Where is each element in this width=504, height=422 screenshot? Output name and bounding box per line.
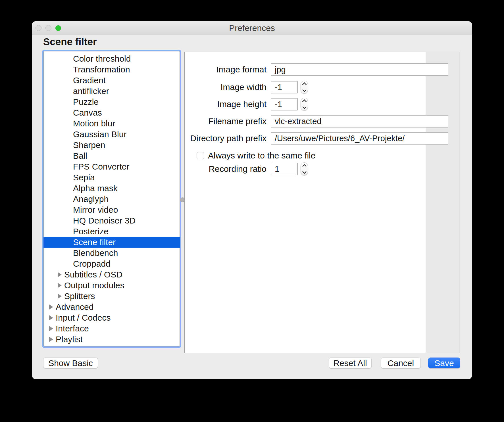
- tree-item-transformation[interactable]: Transformation: [43, 64, 180, 75]
- stepper-down-icon[interactable]: [302, 105, 307, 109]
- tree-item-sepia[interactable]: Sepia: [43, 172, 180, 183]
- disclosure-triangle-icon[interactable]: [49, 304, 53, 310]
- image-format-input[interactable]: jpg: [271, 63, 448, 76]
- tree-item-label: Color threshold: [73, 54, 131, 64]
- tree-item-label: Playlist: [56, 335, 83, 344]
- tree-item-antiflicker[interactable]: antiflicker: [43, 86, 180, 97]
- disclosure-triangle-icon[interactable]: [49, 326, 53, 331]
- stepper-up-icon[interactable]: [302, 82, 307, 87]
- always-write-to-the-same-file-label[interactable]: Always write to the same file: [208, 151, 315, 160]
- directory-path-prefix-input[interactable]: /Users/uwe/Pictures/6_AV-Projekte/: [271, 132, 448, 145]
- tree-item-output-modules[interactable]: Output modules: [43, 280, 180, 291]
- tree-item-sharpen[interactable]: Sharpen: [43, 140, 180, 151]
- tree-item-mirror-video[interactable]: Mirror video: [43, 204, 180, 215]
- tree-item-label: Interface: [56, 324, 89, 333]
- tree-item-label: HQ Denoiser 3D: [73, 216, 136, 225]
- tree-item-label: Canvas: [73, 108, 102, 118]
- tree-item-label: Input / Codecs: [56, 313, 111, 323]
- tree-item-label: Ball: [73, 151, 87, 161]
- tree-item-gaussian-blur[interactable]: Gaussian Blur: [43, 129, 180, 140]
- stepper-down-icon[interactable]: [302, 88, 307, 92]
- recording-ratio-label: Recording ratio: [185, 163, 266, 175]
- filename-prefix-label: Filename prefix: [185, 115, 266, 128]
- tree-item-splitters[interactable]: Splitters: [43, 291, 180, 302]
- stepper-up-icon[interactable]: [302, 164, 307, 169]
- image-height-input[interactable]: -1: [271, 98, 298, 110]
- disclosure-triangle-icon[interactable]: [49, 315, 53, 320]
- tree-item-input-codecs[interactable]: Input / Codecs: [43, 312, 180, 323]
- stepper-up-icon[interactable]: [302, 99, 307, 104]
- recording-ratio-input[interactable]: 1: [271, 163, 298, 175]
- disclosure-triangle-icon[interactable]: [58, 294, 62, 299]
- tree-item-subtitles-osd[interactable]: Subtitles / OSD: [43, 269, 180, 280]
- tree-item-label: Puzzle: [73, 97, 99, 107]
- reset-all-button[interactable]: Reset All: [329, 358, 372, 368]
- window-title: Preferences: [32, 21, 472, 35]
- disclosure-triangle-icon[interactable]: [58, 272, 62, 277]
- disclosure-triangle-icon[interactable]: [58, 283, 62, 288]
- show-basic-button[interactable]: Show Basic: [43, 358, 98, 368]
- tree-item-posterize[interactable]: Posterize: [43, 226, 180, 237]
- tree-item-label: Posterize: [73, 227, 109, 236]
- filename-prefix-input[interactable]: vlc-extracted: [271, 115, 448, 128]
- tree-item-color-threshold[interactable]: Color threshold: [43, 53, 180, 64]
- title-bar: Preferences: [32, 21, 472, 35]
- image-width-input[interactable]: -1: [271, 81, 298, 93]
- tree-item-label: Gaussian Blur: [73, 129, 126, 139]
- tree-item-label: Gradient: [73, 76, 106, 85]
- cancel-button[interactable]: Cancel: [381, 358, 421, 368]
- tree-item-canvas[interactable]: Canvas: [43, 107, 180, 118]
- tree-item-anaglyph[interactable]: Anaglyph: [43, 194, 180, 204]
- tree-item-label: Mirror video: [73, 205, 118, 215]
- tree-item-label: Splitters: [64, 291, 95, 301]
- page-title: Scene filter: [43, 36, 97, 47]
- filter-tree[interactable]: Color thresholdTransformationGradientant…: [42, 50, 181, 348]
- image-format-label: Image format: [185, 63, 266, 76]
- tree-item-motion-blur[interactable]: Motion blur: [43, 118, 180, 129]
- tree-item-fps-converter[interactable]: FPS Converter: [43, 161, 180, 172]
- tree-item-label: Sepia: [73, 173, 95, 182]
- tree-item-label: Output modules: [64, 281, 124, 290]
- tree-item-blendbench[interactable]: Blendbench: [43, 248, 180, 258]
- tree-item-label: Transformation: [73, 65, 130, 74]
- image-width-label: Image width: [185, 81, 266, 93]
- tree-item-label: Sharpen: [73, 140, 105, 150]
- preferences-window: Preferences Scene filter Color threshold…: [32, 21, 472, 379]
- always-write-to-the-same-file-checkbox[interactable]: [197, 152, 204, 159]
- tree-item-label: Advanced: [56, 302, 93, 312]
- tree-item-alpha-mask[interactable]: Alpha mask: [43, 183, 180, 194]
- tree-item-label: FPS Converter: [73, 162, 129, 172]
- tree-item-label: Croppadd: [73, 259, 111, 269]
- tree-item-ball[interactable]: Ball: [43, 151, 180, 161]
- tree-item-puzzle[interactable]: Puzzle: [43, 97, 180, 107]
- tree-item-scene-filter[interactable]: Scene filter: [43, 237, 180, 248]
- tree-item-label: Alpha mask: [73, 183, 118, 193]
- tree-item-label: Blendbench: [73, 248, 118, 258]
- tree-item-interface[interactable]: Interface: [43, 323, 180, 334]
- panel-right-gutter: [426, 52, 459, 353]
- tree-item-label: Scene filter: [73, 237, 116, 247]
- settings-panel: Image formatjpgImage width-1Image height…: [184, 52, 459, 353]
- image-width-stepper[interactable]: [301, 81, 308, 94]
- tree-item-label: Motion blur: [73, 119, 115, 128]
- recording-ratio-stepper[interactable]: [301, 162, 308, 176]
- tree-item-croppadd[interactable]: Croppadd: [43, 258, 180, 269]
- tree-item-hq-denoiser-3d[interactable]: HQ Denoiser 3D: [43, 215, 180, 226]
- tree-item-gradient[interactable]: Gradient: [43, 75, 180, 86]
- image-height-label: Image height: [185, 98, 266, 110]
- directory-path-prefix-label: Directory path prefix: [185, 132, 266, 145]
- disclosure-triangle-icon[interactable]: [49, 337, 53, 342]
- tree-item-advanced[interactable]: Advanced: [43, 302, 180, 312]
- tree-item-label: Subtitles / OSD: [64, 270, 122, 279]
- stepper-down-icon[interactable]: [302, 170, 307, 174]
- tree-item-label: Anaglyph: [73, 194, 109, 204]
- save-button[interactable]: Save: [428, 358, 460, 368]
- tree-item-label: antiflicker: [73, 86, 109, 96]
- tree-item-playlist[interactable]: Playlist: [43, 334, 180, 345]
- image-height-stepper[interactable]: [301, 98, 308, 111]
